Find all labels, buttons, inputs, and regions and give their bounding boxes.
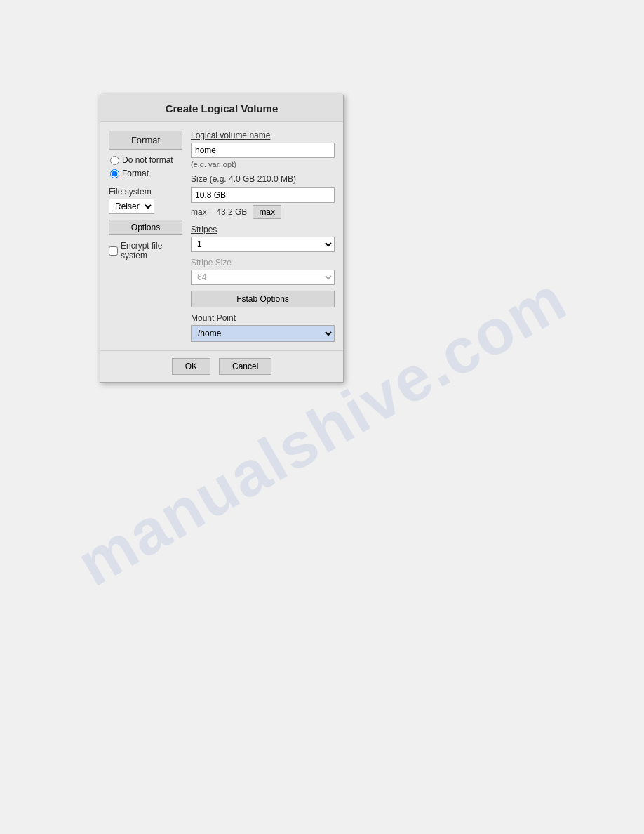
cancel-button[interactable]: Cancel xyxy=(219,358,271,375)
encrypt-text: Encrypt file system xyxy=(121,241,182,260)
max-row: max = 43.2 GB max xyxy=(191,205,335,219)
format-box: Format xyxy=(109,131,182,150)
file-system-label: File system xyxy=(109,187,154,197)
do-not-format-radio-label[interactable]: Do not format xyxy=(110,155,173,165)
stripes-section: Stripes 1 2 4 8 xyxy=(191,225,335,252)
size-section: Size (e.g. 4.0 GB 210.0 MB) max = 43.2 G… xyxy=(191,174,335,219)
size-input[interactable] xyxy=(191,187,335,203)
stripes-label: Stripes xyxy=(191,225,335,234)
right-panel: Logical volume name (e.g. var, opt) Size… xyxy=(191,131,335,342)
left-panel: Format Do not format Format File system … xyxy=(109,131,182,342)
radio-group: Do not format Format xyxy=(109,155,173,178)
dialog-body: Format Do not format Format File system … xyxy=(100,122,343,350)
mount-point-select[interactable]: /home / /boot /var /tmp xyxy=(191,325,335,342)
max-info: max = 43.2 GB xyxy=(191,207,247,217)
lv-name-label: Logical volume name xyxy=(191,131,335,140)
dialog-title: Create Logical Volume xyxy=(100,95,343,122)
file-system-section: File system Reiser ext2 ext3 ext4 xfs xyxy=(109,184,154,214)
do-not-format-label: Do not format xyxy=(122,155,173,165)
options-button[interactable]: Options xyxy=(109,220,182,235)
do-not-format-radio[interactable] xyxy=(110,156,119,165)
ok-button[interactable]: OK xyxy=(172,358,210,375)
format-radio[interactable] xyxy=(110,169,119,178)
encrypt-label[interactable]: Encrypt file system xyxy=(109,241,182,260)
encrypt-checkbox[interactable] xyxy=(109,246,118,256)
dialog-footer: OK Cancel xyxy=(100,350,343,382)
mount-point-section: Mount Point /home / /boot /var /tmp xyxy=(191,313,335,342)
stripe-size-section: Stripe Size 64 128 256 xyxy=(191,258,335,285)
stripe-size-select[interactable]: 64 128 256 xyxy=(191,270,335,285)
file-system-select[interactable]: Reiser ext2 ext3 ext4 xfs xyxy=(109,199,154,214)
stripe-size-label: Stripe Size xyxy=(191,258,335,267)
lv-name-hint: (e.g. var, opt) xyxy=(191,160,335,168)
mount-point-label: Mount Point xyxy=(191,313,335,323)
lv-name-section: Logical volume name (e.g. var, opt) xyxy=(191,131,335,168)
size-row xyxy=(191,187,335,203)
max-button[interactable]: max xyxy=(253,205,281,219)
format-radio-label[interactable]: Format xyxy=(110,168,173,178)
create-logical-volume-dialog: Create Logical Volume Format Do not form… xyxy=(100,95,344,383)
stripes-select[interactable]: 1 2 4 8 xyxy=(191,237,335,252)
lv-name-input[interactable] xyxy=(191,143,335,158)
format-label: Format xyxy=(122,168,149,178)
size-label: Size (e.g. 4.0 GB 210.0 MB) xyxy=(191,174,335,184)
fstab-button[interactable]: Fstab Options xyxy=(191,291,335,307)
